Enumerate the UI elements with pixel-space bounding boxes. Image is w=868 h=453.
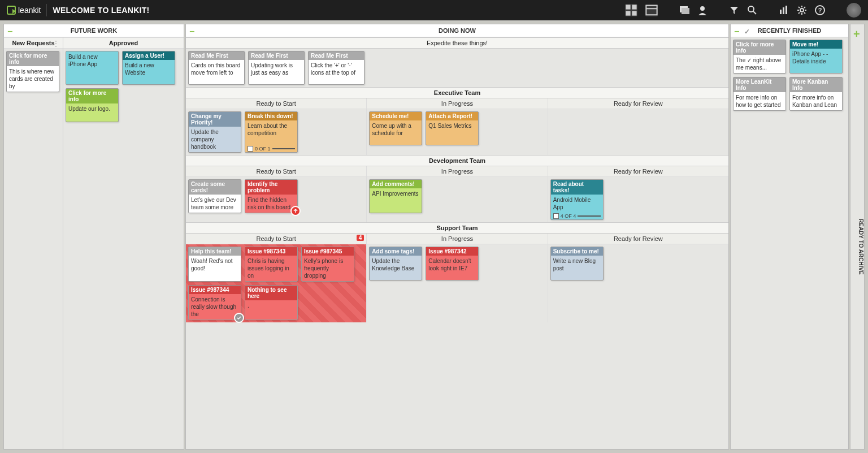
filter-icon[interactable] (729, 5, 739, 15)
card-body: . (245, 300, 297, 320)
lane-col: Ready for ReviewSubscribe to me!Write a … (548, 234, 728, 322)
card[interactable]: Issue #987345Kelly's phone is frequently… (301, 247, 354, 282)
cardzone[interactable]: Subscribe to me!Write a new Blog post (548, 244, 728, 283)
svg-point-8 (700, 6, 705, 11)
card[interactable]: Issue #987343Chris is having issues logg… (245, 247, 298, 282)
avatar[interactable] (847, 3, 861, 18)
card[interactable]: Click for more infoThis is where new car… (6, 51, 59, 92)
card[interactable]: Nothing to see here. (245, 285, 298, 320)
card[interactable]: Click for more infoUpdate our logo. (66, 88, 119, 122)
card-tasks: 0 OF 1 (245, 145, 297, 152)
card[interactable]: Read Me FirstClick the '+' or '-' icons … (308, 51, 364, 85)
collapse-icon[interactable]: − (734, 27, 739, 37)
card-header: Break this down! (245, 112, 297, 120)
archive-label: READY TO ARCHIVE (858, 219, 864, 275)
calendar-icon[interactable] (645, 4, 658, 16)
card[interactable]: Identify the problemFind the hidden risk… (245, 179, 298, 213)
alert-icon[interactable] (290, 206, 301, 216)
swimlane-header: Executive Team (186, 87, 728, 98)
search-icon[interactable] (747, 5, 757, 15)
cardzone[interactable]: Create some cards!Let's give our Dev tea… (186, 177, 366, 215)
check-icon[interactable]: ✓ (744, 28, 750, 36)
card-header: Assign a User! (123, 51, 175, 60)
column-archive[interactable]: + READY TO ARCHIVE (850, 24, 865, 450)
menu-icon[interactable]: ⋮ (53, 40, 59, 48)
swimlane-header: Development Team (186, 155, 728, 166)
board: − FUTURE WORK New Requests ⋮ Click for m… (0, 20, 868, 453)
swimlane: Ready to StartChange my Priority!Update … (186, 98, 728, 155)
svg-rect-13 (785, 6, 787, 14)
wip-badge: 4 (357, 235, 364, 241)
card[interactable]: Read about tasks!Android Mobile App4 OF … (550, 179, 604, 220)
finished-title: RECENTLY FINISHED (758, 27, 821, 34)
board-view-icon[interactable] (625, 4, 637, 16)
card-body: Chris is having issues logging in on (245, 256, 297, 281)
future-header: − FUTURE WORK (4, 24, 184, 37)
collapse-icon[interactable]: − (189, 27, 194, 37)
gear-icon[interactable] (797, 5, 807, 15)
card[interactable]: Subscribe to me!Write a new Blog post (550, 247, 604, 281)
card-header: Read Me First (189, 51, 244, 60)
lane-label: Ready for Review (548, 234, 728, 244)
cardzone[interactable]: Schedule me!Come up with a schedule forA… (367, 109, 547, 148)
card-body: Kelly's phone is frequently dropping (302, 256, 354, 281)
card-body: Learn about the competition (245, 120, 297, 145)
card[interactable]: Read Me FirstUpdating work is just as ea… (248, 51, 305, 85)
card[interactable]: Assign a User!Build a new Website (122, 51, 175, 85)
doing-header: − DOING NOW (186, 24, 728, 37)
card[interactable]: More Kanban InfoFor more info on Kanban … (789, 77, 843, 111)
card-header: Read about tasks! (551, 180, 603, 195)
help-icon[interactable]: ? (815, 5, 825, 15)
card-body: Calendar doesn't look right in IE7 (426, 256, 478, 280)
card[interactable]: Build a new iPhone App (66, 51, 119, 85)
collapse-icon[interactable]: − (7, 27, 12, 37)
stats-icon[interactable] (779, 5, 789, 15)
svg-rect-1 (632, 5, 636, 9)
lane-col: Ready to StartChange my Priority!Update … (186, 98, 366, 155)
swimlane-header: Support Team (186, 222, 728, 234)
card[interactable]: Click for more infoThe ✓ right above me … (733, 40, 786, 74)
card[interactable]: Change my Priority!Update the company ha… (188, 111, 241, 153)
logo[interactable]: leankit (7, 6, 41, 15)
card-body: Find the hidden risk on this board (245, 195, 297, 213)
svg-rect-2 (626, 11, 630, 15)
lane-label: In Progress (367, 234, 547, 244)
card[interactable]: Issue #987344Connection is really slow t… (188, 285, 241, 320)
card[interactable]: Create some cards!Let's give our Dev tea… (188, 179, 241, 213)
card[interactable]: Schedule me!Come up with a schedule for (369, 111, 422, 145)
logo-icon (7, 6, 16, 15)
card[interactable]: Add some tags!Update the Knowledge Base (369, 247, 422, 281)
svg-point-14 (800, 8, 804, 12)
card-header: Help this team! (189, 247, 241, 256)
card-icon[interactable] (679, 5, 689, 15)
card[interactable]: More LeanKit InfoFor more info on how to… (733, 77, 786, 111)
card[interactable]: Read Me FirstCards on this board move fr… (188, 51, 245, 85)
svg-rect-3 (632, 11, 636, 15)
card[interactable]: Add comments!API Improvements (369, 179, 422, 213)
cardzone[interactable]: Change my Priority!Update the company ha… (186, 109, 366, 155)
card[interactable]: Move me!iPhone App - - Details inside (789, 40, 843, 74)
cardzone[interactable]: Read about tasks!Android Mobile App4 OF … (548, 177, 728, 222)
card[interactable]: Issue #987342Calendar doesn't look right… (426, 247, 479, 281)
column-doing: − DOING NOW Expedite these things! Read … (185, 24, 729, 450)
lane-col: In ProgressAdd some tags!Update the Know… (366, 234, 547, 322)
card[interactable]: Help this team!Woah! Red's not good! (188, 247, 241, 282)
cardzone[interactable]: Help this team!Woah! Red's not good!Issu… (186, 244, 366, 322)
swimlane: Ready to Start4Help this team!Woah! Red'… (186, 234, 728, 322)
doing-title: DOING NOW (439, 27, 476, 34)
user-icon[interactable] (697, 5, 708, 15)
cardzone[interactable] (548, 109, 728, 114)
card[interactable]: Break this down!Learn about the competit… (245, 111, 298, 153)
card-body: This is where new cards are created by (7, 66, 59, 92)
approved-header: Approved (63, 37, 184, 49)
status-icon[interactable] (234, 313, 244, 323)
card-header: Issue #987344 (189, 286, 241, 294)
card-header: Add comments! (370, 180, 422, 188)
cardzone[interactable]: Add comments!API Improvements (367, 177, 547, 215)
svg-text:?: ? (818, 7, 822, 14)
card-body: iPhone App - - Details inside (790, 49, 842, 73)
lane-col: Ready to StartCreate some cards!Let's gi… (186, 166, 366, 222)
expand-icon[interactable]: + (853, 28, 860, 41)
cardzone[interactable]: Add some tags!Update the Knowledge BaseI… (367, 244, 547, 283)
card[interactable]: Attach a Report!Q1 Sales Metrics (426, 111, 479, 145)
